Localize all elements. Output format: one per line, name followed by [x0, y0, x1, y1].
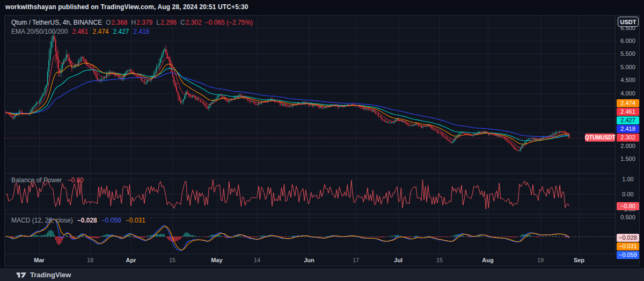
ohlc-value: 2.302: [186, 19, 202, 26]
price-axis[interactable]: USDT 6.5006.0005.5005.0004.5004.0002.000…: [615, 16, 640, 254]
ohlc-letter: H: [131, 19, 136, 26]
price-pane[interactable]: [5, 16, 615, 173]
macd-legend: MACD (12, 26, close)−0.028−0.059−0.031: [11, 217, 145, 224]
ohlc-letter: C: [180, 19, 185, 26]
time-axis-label: 18: [79, 257, 101, 263]
time-axis-label: 15: [162, 257, 183, 263]
ema-value: 2.418: [134, 28, 150, 35]
macd-value: −0.031: [126, 217, 145, 224]
time-axis-label: May: [206, 257, 228, 263]
ohlc-value: 2.296: [160, 19, 177, 26]
macd-badge: −0.031: [617, 242, 639, 250]
macd-values: −0.028−0.059−0.031: [73, 217, 145, 224]
price-badge: 2.474: [617, 99, 639, 107]
bop-legend: Balance of Power −0.80: [11, 176, 84, 184]
currency-toggle-button[interactable]: USDT: [618, 17, 639, 27]
macd-axis-label: 0.500: [616, 214, 640, 220]
time-axis-label: 15: [429, 257, 450, 263]
bop-badge: −0.80: [617, 202, 639, 210]
tradingview-brand[interactable]: TradingView: [30, 271, 71, 279]
ema-value: 2.427: [113, 28, 129, 35]
footer-bar: TradingView: [0, 268, 644, 281]
time-axis-label: Apr: [120, 257, 142, 263]
price-badge: 2.461: [617, 108, 639, 116]
symbol-title[interactable]: Qtum / TetherUS, 4h, BINANCE: [11, 19, 102, 26]
chart-widget: Qtum / TetherUS, 4h, BINANCEO2.368H2.379…: [4, 15, 640, 267]
ema-value: 2.474: [92, 28, 108, 35]
symbol-price-label: QTUMUSDT: [585, 134, 615, 142]
time-axis-label: Sep: [568, 257, 590, 263]
price-axis-label: 5.000: [616, 64, 640, 70]
ohlc-value: 2.379: [136, 19, 152, 26]
price-axis-label: 1.500: [616, 156, 640, 162]
bop-value: −0.80: [67, 176, 83, 184]
macd-value: −0.059: [101, 217, 121, 224]
bop-axis-label: 1.00: [616, 176, 640, 182]
balance-of-power-pane[interactable]: [5, 173, 615, 214]
pane-separator[interactable]: [5, 173, 615, 174]
ema-indicator-label[interactable]: EMA 20/50/100/200: [11, 28, 68, 35]
tradingview-logo-icon[interactable]: [16, 271, 27, 278]
time-axis-label: Jul: [387, 257, 409, 263]
ohlc-value: 2.368: [112, 19, 128, 26]
price-axis-label: 2.000: [616, 143, 640, 149]
time-axis-label: 19: [530, 257, 551, 263]
pane-separator[interactable]: [5, 214, 615, 215]
page: workwithshayan published on TradingView.…: [0, 0, 644, 281]
attribution-text: workwithshayan published on TradingView.…: [5, 3, 248, 11]
time-axis[interactable]: Mar18Apr15May14Jun17Jul15Aug19Sep: [5, 254, 640, 267]
ema-value: 2.461: [72, 28, 88, 35]
price-legend: Qtum / TetherUS, 4h, BINANCEO2.368H2.379…: [11, 18, 253, 36]
time-axis-label: Aug: [477, 257, 499, 263]
price-axis-label: 4.500: [616, 77, 640, 83]
price-badge: 2.302: [617, 134, 639, 142]
ohlc-letter: O: [106, 19, 111, 26]
macd-badge: −0.059: [617, 251, 639, 259]
price-badge: 2.427: [617, 116, 639, 124]
macd-indicator-label[interactable]: MACD (12, 26, close): [11, 217, 73, 224]
price-axis-label: 6.000: [616, 38, 640, 44]
time-axis-label: 17: [345, 257, 367, 263]
attribution-bar: workwithshayan published on TradingView.…: [0, 0, 644, 15]
time-axis-label: 14: [246, 257, 268, 263]
macd-badge: −0.028: [617, 234, 639, 242]
time-axis-label: Jun: [298, 257, 320, 263]
bop-axis-label: 0.00: [616, 191, 640, 197]
price-axis-label: 4.000: [616, 90, 640, 97]
price-axis-label: 5.500: [616, 50, 640, 57]
bop-indicator-label[interactable]: Balance of Power: [11, 176, 62, 184]
macd-value: −0.028: [77, 217, 97, 224]
change-value: −0.065 (−2.75%): [205, 19, 253, 26]
ohlc-values: O2.368H2.379L2.296C2.302−0.065 (−2.75%): [102, 19, 253, 26]
time-axis-label: Mar: [28, 257, 50, 263]
ohlc-letter: L: [156, 19, 160, 26]
ema-values: 2.4612.4742.4272.418: [68, 28, 149, 35]
price-badge: 2.418: [617, 125, 639, 133]
